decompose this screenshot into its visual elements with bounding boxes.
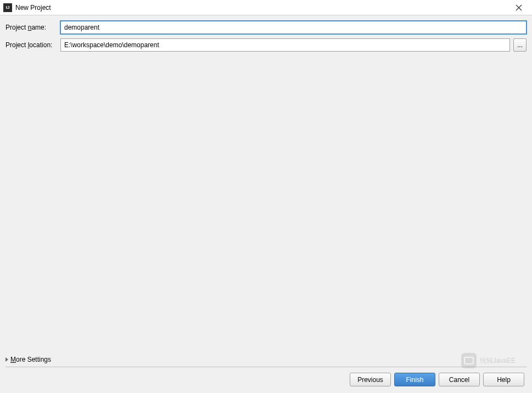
project-name-row: Project name: — [5, 21, 527, 34]
label-mnemonic: M — [10, 356, 16, 363]
label-text: Project — [5, 24, 28, 31]
close-button[interactable] — [508, 1, 530, 15]
app-icon: IJ — [3, 3, 12, 12]
label-text: ore Settings — [16, 356, 51, 363]
finish-button[interactable]: Finish — [394, 373, 435, 386]
spacer — [5, 56, 527, 352]
label-text: Project — [5, 41, 28, 49]
titlebar-left: IJ New Project — [3, 3, 51, 12]
project-location-input[interactable] — [60, 38, 510, 52]
ellipsis-icon: ... — [517, 41, 523, 49]
dialog-content: Project name: Project location: ... More… — [0, 15, 532, 393]
close-icon — [516, 4, 522, 11]
help-button[interactable]: Help — [483, 373, 524, 386]
project-name-label: Project name: — [5, 24, 60, 31]
project-location-label: Project location: — [5, 41, 60, 49]
window-title: New Project — [15, 4, 51, 12]
label-text: ocation: — [29, 41, 52, 49]
project-location-row: Project location: ... — [5, 38, 527, 52]
more-settings-label: More Settings — [10, 356, 51, 363]
previous-button[interactable]: Previous — [350, 373, 391, 386]
more-settings-toggle[interactable]: More Settings — [5, 352, 527, 367]
cancel-button[interactable]: Cancel — [439, 373, 480, 386]
browse-button[interactable]: ... — [513, 38, 527, 52]
label-text: ame: — [31, 24, 46, 31]
chevron-right-icon — [5, 357, 8, 362]
project-name-input[interactable] — [60, 21, 527, 34]
button-row: Previous Finish Cancel Help — [5, 373, 527, 388]
titlebar: IJ New Project — [0, 0, 532, 15]
